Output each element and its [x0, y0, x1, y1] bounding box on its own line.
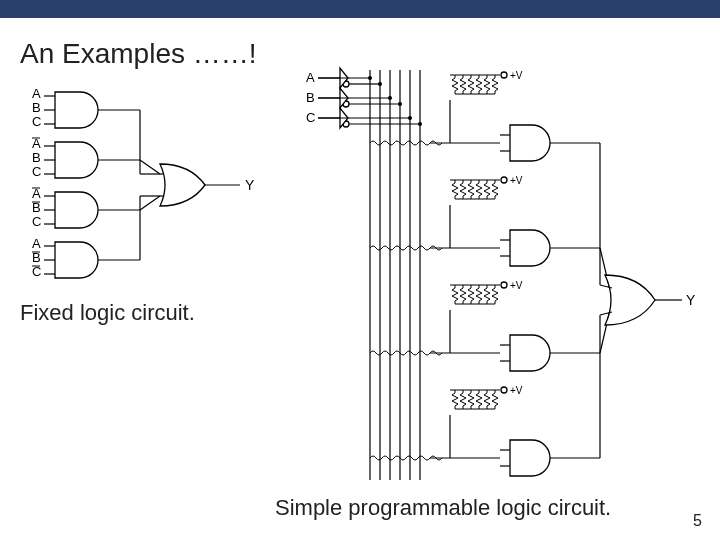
- output-label-prog: Y: [686, 292, 696, 308]
- and-gate-1: A B C: [32, 136, 140, 179]
- svg-point-72: [501, 387, 507, 393]
- and-gate-0: A B C: [32, 86, 140, 129]
- svg-point-46: [418, 122, 422, 126]
- gate3-in1-label: B: [32, 250, 41, 265]
- svg-point-44: [408, 116, 412, 120]
- and-gate-3: A B C: [32, 236, 140, 279]
- svg-point-38: [378, 82, 382, 86]
- caption-fixed: Fixed logic circuit.: [20, 300, 195, 326]
- vcc-label-2: +V: [510, 280, 523, 291]
- inC-label: C: [306, 110, 315, 125]
- svg-line-17: [140, 160, 160, 174]
- inA-label: A: [306, 70, 315, 85]
- svg-point-48: [501, 72, 507, 78]
- gate2-in2-label: C: [32, 214, 41, 229]
- page-number: 5: [693, 512, 702, 530]
- and-block-2: +V: [370, 280, 600, 371]
- svg-line-18: [140, 196, 160, 210]
- vcc-label-1: +V: [510, 175, 523, 186]
- and-block-1: +V: [370, 175, 600, 266]
- gate0-in1-label: B: [32, 100, 41, 115]
- svg-point-36: [368, 76, 372, 80]
- vcc-label-0: +V: [510, 70, 523, 81]
- svg-point-40: [388, 96, 392, 100]
- svg-point-42: [398, 102, 402, 106]
- and-block-0: +V: [370, 70, 600, 161]
- gate0-in0-label: A: [32, 86, 41, 101]
- fixed-logic-diagram: A B C A B C A B C A B C: [20, 82, 280, 288]
- and-block-3: +V: [370, 385, 600, 476]
- gate1-in2-label: C: [32, 164, 41, 179]
- output-label: Y: [245, 177, 255, 193]
- gate1-in1-label: B: [32, 150, 41, 165]
- programmable-logic-diagram: A B C: [300, 60, 700, 490]
- gate2-in1-label: B: [32, 200, 41, 215]
- gate0-in2-label: C: [32, 114, 41, 129]
- gate3-in2-label: C: [32, 264, 41, 279]
- slide-title: An Examples ……!: [20, 38, 257, 70]
- or-gate: Y: [160, 164, 255, 206]
- caption-programmable: Simple programmable logic circuit.: [275, 495, 611, 521]
- or-gate-prog: Y: [600, 275, 696, 325]
- gate2-in0-label: A: [32, 186, 41, 201]
- gate3-in0-label: A: [32, 236, 41, 251]
- vcc-label-3: +V: [510, 385, 523, 396]
- bus-lines: [318, 70, 422, 480]
- and-gate-2: A B C: [32, 186, 140, 229]
- slide-top-bar: [0, 0, 720, 18]
- inB-label: B: [306, 90, 315, 105]
- svg-point-56: [501, 177, 507, 183]
- gate1-in0-label: A: [32, 136, 41, 151]
- svg-point-64: [501, 282, 507, 288]
